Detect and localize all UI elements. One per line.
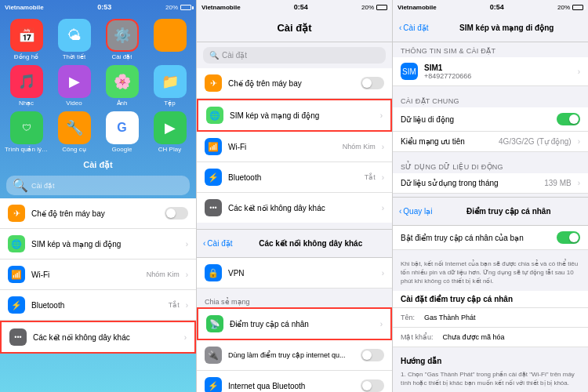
hotspot-name-value: Gas Thành Phát — [424, 314, 475, 321]
back-button-3[interactable]: ‹ Cài đặt — [399, 24, 428, 32]
sim-info-section: THÔNG TIN SIM & CÀI ĐẶT SIM SIM1 +849277… — [393, 42, 588, 86]
p2-wifi[interactable]: 📶 Wi-Fi Nhóm Kim › — [197, 132, 392, 162]
bt-internet-toggle[interactable] — [361, 379, 384, 392]
hotspot-icon: 📡 — [206, 315, 223, 332]
time-3: 0:54 — [490, 3, 504, 11]
usb-toggle[interactable] — [361, 349, 384, 361]
general-section: CÀI ĐẶT CHUNG Dữ liệu di động Kiểu mạng … — [393, 93, 588, 152]
mobile-data-toggle[interactable] — [557, 113, 580, 125]
p1-other-connections[interactable]: ••• Các kết nối không dây khác › — [0, 321, 196, 354]
hotspot-detail-panel: ‹ Quay lại Điểm truy cập cá nhân Bật điể… — [393, 197, 588, 392]
app-music[interactable]: 🎵 Nhạc — [5, 65, 48, 107]
p1-airplane[interactable]: ✈ Chế độ trên máy bay — [0, 198, 196, 229]
carrier-3: Vietnamobile — [397, 4, 437, 11]
chevron-sim-2: › — [380, 111, 383, 120]
hotspot-toggle-group: Bật điểm truy cập cá nhân của bạn — [393, 226, 588, 250]
usage-header: SỬ DỤNG DỮ LIỆU DI ĐỘNG — [393, 158, 588, 173]
hotspot-main-toggle[interactable] — [557, 231, 580, 244]
status-bar-1: Vietnamobile 0:53 20% — [0, 0, 196, 14]
hotspot-group: 📡 Điểm truy cập cá nhân › 🔌 Dùng làm điể… — [197, 307, 392, 392]
wifi-icon-2: 📶 — [205, 138, 222, 155]
airplane-icon: ✈ — [8, 205, 25, 222]
usage-label: Dữ liệu sử dụng trong tháng — [401, 179, 538, 187]
chevron-wifi: › — [186, 270, 188, 279]
app-chplay[interactable]: ▶ CH Play — [148, 111, 191, 153]
app-weather[interactable]: 🌤 Thời tiết — [53, 19, 96, 60]
p2-bluetooth[interactable]: ⚡ Bluetooth Tắt › — [197, 162, 392, 193]
back-chevron-2: ‹ — [203, 239, 205, 248]
hotspot-row[interactable]: 📡 Điểm truy cập cá nhân › — [197, 307, 392, 340]
usage-value: 139 MB — [544, 179, 571, 187]
battery-icon-3 — [572, 5, 583, 10]
chevron-other-2: › — [382, 204, 384, 212]
bt-internet-icon: ⚡ — [205, 377, 222, 392]
panel-settings: Vietnamobile 0:54 20% Cài đặt 🔍 Cài đặt … — [196, 0, 392, 392]
wifi-icon: 📶 — [8, 266, 25, 283]
panel1-bottom-label: Cài đặt — [0, 158, 196, 172]
sim-nav: ‹ Cài đặt SIM kép và mạng di động — [393, 14, 588, 42]
p1-sim[interactable]: 🌐 SIM kép và mạng di động › — [0, 229, 196, 260]
app-clock[interactable]: 📅 Đồng hồ — [5, 19, 48, 60]
priority-value: 4G/3G/2G (Tự động) — [499, 137, 572, 146]
hotspot-back-button[interactable]: ‹ Quay lại — [399, 207, 432, 216]
usb-row[interactable]: 🔌 Dùng làm điểm truy cập internet qu... — [197, 340, 392, 371]
sub-panel-connections: ‹ Cài đặt Các kết nối không dây khác 🔒 V… — [197, 229, 392, 392]
search-box-2[interactable]: 🔍 Cài đặt — [203, 47, 386, 64]
hotspot-toggle-row[interactable]: Bật điểm truy cập cá nhân của bạn — [393, 226, 588, 250]
hotspot-settings-group: Cài đặt điểm truy cập cá nhân Tên: Gas T… — [393, 291, 588, 347]
vpn-icon: 🔒 — [205, 264, 222, 281]
p2-airplane[interactable]: ✈ Chế độ trên máy bay — [197, 68, 392, 99]
sim1-number: +84927720666 — [424, 72, 572, 80]
hotspot-pass-label: Mật khẩu: — [401, 333, 434, 341]
share-section-label: Chia sẻ mạng — [197, 295, 392, 307]
sim1-row[interactable]: SIM SIM1 +84927720666 › — [393, 57, 588, 86]
chevron-bt: › — [186, 301, 188, 310]
app-settings[interactable]: ⚙️ Cài đặt — [100, 19, 143, 60]
battery-1: 20% — [165, 4, 191, 11]
app-manager[interactable]: 🛡 Trình quản lý điện thoại — [5, 111, 48, 153]
sim1-icon: SIM — [401, 63, 418, 80]
general-header: CÀI ĐẶT CHUNG — [393, 93, 588, 107]
battery-icon-2 — [376, 5, 387, 10]
app-4[interactable] — [148, 19, 191, 60]
back-button-2[interactable]: ‹ Cài đặt — [203, 239, 232, 248]
app-photos[interactable]: 🌸 Ảnh — [100, 65, 143, 107]
app-tools[interactable]: 🔧 Công cụ — [53, 111, 96, 153]
p2-sim[interactable]: 🌐 SIM kép và mạng di động › — [197, 99, 392, 132]
settings-list-p1: ✈ Chế độ trên máy bay 🌐 SIM kép và mạng … — [0, 198, 196, 354]
app-google[interactable]: G Google — [100, 111, 143, 153]
search-bar-1[interactable]: 🔍 — [6, 176, 190, 195]
app-files[interactable]: 📁 Tệp — [148, 65, 191, 107]
vpn-row[interactable]: 🔒 VPN › — [197, 258, 392, 289]
search-input-1[interactable] — [31, 182, 183, 190]
app-video[interactable]: ▶ Video — [53, 65, 96, 107]
settings-title: Cài đặt — [277, 22, 311, 34]
mobile-data-row[interactable]: Dữ liệu di động — [393, 107, 588, 132]
search-icon-1: 🔍 — [13, 178, 28, 193]
priority-row[interactable]: Kiểu mạng ưu tiên 4G/3G/2G (Tự động) › — [393, 132, 588, 152]
p1-wifi[interactable]: 📶 Wi-Fi Nhóm Kim › — [0, 260, 196, 290]
mobile-data-label: Dữ liệu di động — [401, 115, 550, 124]
airplane-toggle-2[interactable] — [361, 77, 384, 89]
settings-group-main: ✈ Chế độ trên máy bay 🌐 SIM kép và mạng … — [197, 68, 392, 223]
hotspot-back-chevron: ‹ — [399, 207, 401, 216]
panel-home: Vietnamobile 0:53 20% 📅 Đồng hồ 🌤 Thời t… — [0, 0, 196, 392]
panel-sim-hotspot: Vietnamobile 0:54 20% ‹ Cài đặt SIM kép … — [392, 0, 588, 392]
hotspot-info-text: Khi bật, kết nối Internet của bạn sẽ đượ… — [393, 256, 588, 291]
airplane-toggle[interactable] — [165, 207, 188, 220]
usage-section: SỬ DỤNG DỮ LIỆU DI ĐỘNG Dữ liệu sử dụng … — [393, 158, 588, 194]
chevron-other: › — [184, 333, 187, 342]
search-container-2: 🔍 Cài đặt — [197, 42, 392, 68]
battery-2: 20% — [361, 4, 387, 11]
usage-row[interactable]: Dữ liệu sử dụng trong tháng 139 MB › — [393, 173, 588, 194]
p1-bluetooth[interactable]: ⚡ Bluetooth Tắt › — [0, 290, 196, 321]
bt-internet-row[interactable]: ⚡ Internet qua Bluetooth — [197, 371, 392, 392]
hotspot-pass-value: Chưa được mã hóa — [443, 333, 505, 341]
usb-icon: 🔌 — [205, 347, 222, 364]
status-bar-2: Vietnamobile 0:54 20% — [197, 0, 392, 14]
bluetooth-icon-p1: ⚡ — [8, 296, 25, 314]
back-chevron-3: ‹ — [399, 24, 401, 32]
other-icon: ••• — [9, 328, 27, 346]
p2-other[interactable]: ••• Các kết nối không dây khác › — [197, 193, 392, 223]
chevron-bt-2: › — [382, 173, 384, 182]
